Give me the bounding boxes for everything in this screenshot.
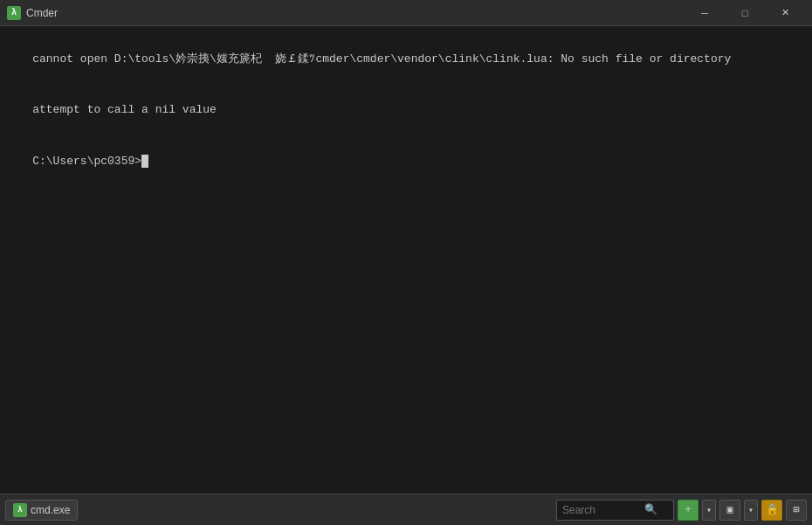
terminal-line-2: attempt to call a nil value: [32, 103, 217, 116]
terminal-prompt: C:\Users\pc0359>: [32, 155, 141, 168]
window-controls: ─ □ ✕: [685, 0, 805, 26]
tab-cmd[interactable]: λ cmd.exe: [5, 500, 78, 521]
minimize-button[interactable]: ─: [685, 0, 725, 26]
tab-label: cmd.exe: [31, 504, 70, 516]
close-button[interactable]: ✕: [765, 0, 805, 26]
search-icon[interactable]: 🔍: [644, 503, 657, 516]
plus-icon: +: [685, 504, 691, 516]
title-bar-left: λ Cmder: [7, 6, 58, 20]
terminal-area[interactable]: cannot open D:\tools\妗崇挗\媸充篪杞 娆￡鍒ﾂcmder\…: [0, 26, 812, 494]
monitor-button[interactable]: ▣: [719, 500, 740, 521]
terminal-output: cannot open D:\tools\妗崇挗\媸充篪杞 娆￡鍒ﾂcmder\…: [5, 33, 807, 187]
grid-button[interactable]: ⊞: [786, 500, 807, 521]
lock-icon: 🔒: [766, 503, 779, 516]
grid-icon: ⊞: [793, 503, 799, 516]
app-icon: λ: [7, 6, 21, 20]
terminal-line-1: cannot open D:\tools\妗崇挗\媸充篪杞 娆￡鍒ﾂcmder\…: [32, 52, 731, 66]
tab-dropdown-button[interactable]: ▾: [702, 500, 716, 521]
chevron-down-icon-2: ▾: [748, 505, 754, 515]
add-tab-button[interactable]: +: [678, 500, 698, 521]
search-input[interactable]: [562, 504, 641, 516]
window-title: Cmder: [26, 7, 58, 19]
status-bar: λ cmd.exe 🔍 + ▾ ▣ ▾ 🔒 ⊞: [0, 494, 812, 525]
search-box[interactable]: 🔍: [556, 500, 674, 521]
monitor-dropdown-button[interactable]: ▾: [744, 500, 758, 521]
maximize-button[interactable]: □: [725, 0, 765, 26]
tab-icon: λ: [13, 503, 27, 517]
terminal-cursor: [141, 155, 148, 168]
chevron-down-icon: ▾: [706, 505, 712, 515]
title-bar: λ Cmder ─ □ ✕: [0, 0, 812, 26]
lock-button[interactable]: 🔒: [761, 500, 782, 521]
monitor-icon: ▣: [726, 503, 733, 516]
